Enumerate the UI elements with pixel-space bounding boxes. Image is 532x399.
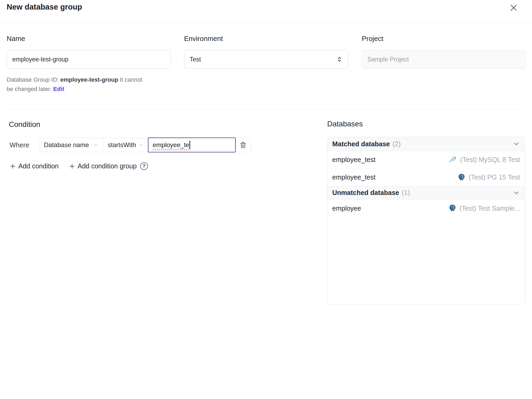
condition-heading: Condition [9, 120, 40, 129]
condition-operator-value: startsWith [108, 141, 136, 149]
matched-database-count: (2) [393, 140, 401, 148]
hint-prefix: Database Group ID: [7, 76, 60, 83]
chevron-down-icon [138, 142, 144, 148]
databases-panel: Matched database(2) employee_test (Test)… [327, 137, 525, 305]
mysql-icon [449, 155, 457, 164]
unmatched-database-count: (1) [402, 189, 410, 196]
add-condition-group-label: Add condition group [78, 162, 137, 170]
plus-icon [69, 163, 75, 169]
project-field-group: Project Sample Project [362, 35, 526, 69]
close-icon [509, 3, 518, 12]
header-divider [0, 22, 532, 23]
add-condition-group-button[interactable]: Add condition group ? [69, 162, 148, 170]
select-arrows-icon [336, 55, 343, 63]
matched-database-title: Matched database [332, 140, 390, 148]
condition-factor-value: Database name [44, 141, 89, 149]
database-row[interactable]: employee_test (Test) PG 15 Test [327, 168, 525, 186]
condition-operator-select[interactable]: startsWith [103, 138, 148, 152]
add-condition-button[interactable]: Add condition [10, 162, 59, 170]
database-instance: (Test) Test Sample... [448, 204, 520, 213]
condition-factor-select[interactable]: Database name [40, 138, 103, 152]
database-instance: (Test) MySQL 8 Test [449, 155, 520, 164]
database-row[interactable]: employee (Test) Test Sample... [327, 200, 525, 217]
dialog-title: New database group [7, 3, 82, 11]
matched-database-section-header[interactable]: Matched database(2) [327, 137, 525, 151]
name-input-value: employee-test-group [12, 56, 68, 63]
project-input: Sample Project [362, 50, 526, 69]
hint-id-value: employee-test-group [60, 76, 118, 83]
trash-icon [239, 141, 247, 149]
new-database-group-dialog: New database group Name employee-test-gr… [0, 0, 532, 399]
environment-select[interactable]: Test [184, 50, 348, 69]
name-field-group: Name employee-test-group [7, 35, 171, 69]
environment-select-value: Test [190, 56, 201, 63]
databases-heading: Databases [327, 120, 363, 128]
database-instance-label: (Test) MySQL 8 Test [460, 156, 520, 164]
delete-condition-button[interactable] [235, 138, 251, 152]
chevron-down-icon [513, 189, 520, 197]
postgresql-icon [448, 204, 457, 213]
form-row: Name employee-test-group Environment Tes… [7, 35, 526, 69]
condition-expression-group: Database name startsWith employee_te [39, 138, 251, 152]
database-name: employee [332, 205, 361, 212]
where-label: Where [10, 141, 39, 149]
unmatched-database-section-header[interactable]: Unmatched database(1) [327, 186, 525, 200]
help-icon[interactable]: ? [140, 162, 148, 170]
edit-id-link[interactable]: Edit [53, 86, 64, 92]
environment-field-group: Environment Test [184, 35, 348, 69]
database-name: employee_test [332, 156, 376, 164]
text-caret [189, 141, 190, 149]
condition-value-text: employee_te [153, 141, 189, 149]
environment-label: Environment [184, 35, 348, 43]
name-label: Name [7, 35, 171, 43]
condition-row: Where Database name startsWith employee_… [10, 138, 251, 152]
close-button[interactable] [509, 3, 519, 13]
plus-icon [10, 163, 16, 169]
section-divider [7, 109, 525, 109]
database-row[interactable]: employee_test (Test) MySQL 8 Test [327, 151, 525, 168]
chevron-down-icon [93, 142, 99, 148]
condition-actions: Add condition Add condition group ? [10, 162, 148, 170]
database-group-id-hint: Database Group ID: employee-test-group I… [7, 75, 143, 94]
chevron-down-icon [513, 140, 520, 148]
database-instance-label: (Test) PG 15 Test [469, 173, 520, 181]
database-name: employee_test [332, 173, 376, 181]
postgresql-icon [457, 173, 466, 182]
project-input-value: Sample Project [367, 56, 409, 63]
database-instance: (Test) PG 15 Test [457, 173, 520, 182]
condition-value-input[interactable]: employee_te [148, 138, 236, 152]
project-label: Project [362, 35, 526, 43]
database-instance-label: (Test) Test Sample... [460, 205, 520, 212]
unmatched-database-title: Unmatched database [332, 189, 399, 196]
add-condition-label: Add condition [18, 162, 59, 170]
name-input[interactable]: employee-test-group [7, 50, 171, 69]
